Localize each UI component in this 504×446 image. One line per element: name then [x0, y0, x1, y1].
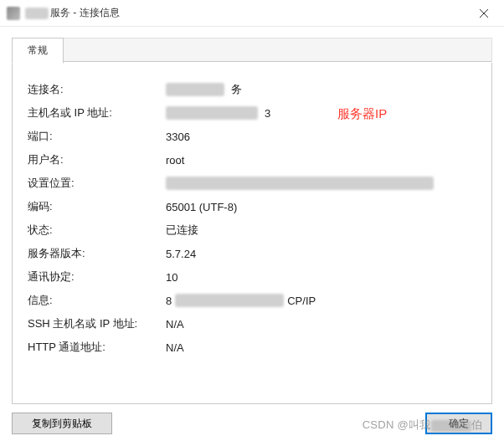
dialog-footer: 复制到剪贴板 确定 [0, 404, 504, 446]
value-settings-location [166, 177, 434, 190]
row-info: 信息: 8 CP/IP [28, 289, 476, 312]
value-connection-name: 务 [166, 82, 242, 97]
value-http-tunnel: N/A [166, 341, 184, 354]
row-protocol: 通讯协定: 10 [28, 265, 476, 289]
titlebar: 服务 - 连接信息 [0, 0, 504, 27]
title-obscured [25, 8, 49, 19]
window-title: 服务 - 连接信息 [25, 6, 120, 20]
tab-strip [64, 38, 492, 62]
row-status: 状态: 已连接 [28, 218, 476, 242]
close-button[interactable] [465, 2, 502, 25]
row-host: 主机名或 IP 地址: 3 服务器IP [28, 101, 476, 125]
label-host: 主机名或 IP 地址: [28, 105, 166, 120]
row-username: 用户名: root [28, 148, 476, 172]
row-http-tunnel: HTTP 通道地址: N/A [28, 336, 476, 359]
tab-content: 连接名: 务 主机名或 IP 地址: 3 服务器IP 端口: 3306 [12, 63, 492, 404]
label-ssh-host: SSH 主机名或 IP 地址: [28, 316, 166, 331]
label-settings-location: 设置位置: [28, 176, 166, 191]
tab-general[interactable]: 常规 [12, 38, 64, 64]
label-http-tunnel: HTTP 通道地址: [28, 340, 166, 355]
obscured-host [166, 106, 258, 120]
info-suffix: CP/IP [287, 295, 316, 307]
label-info: 信息: [28, 293, 166, 308]
ok-button[interactable]: 确定 [425, 413, 492, 434]
annotation-server-ip: 服务器IP [337, 106, 387, 122]
titlebar-left: 服务 - 连接信息 [7, 6, 120, 20]
value-username: root [166, 154, 184, 167]
label-protocol: 通讯协定: [28, 269, 166, 285]
value-ssh-host: N/A [166, 318, 184, 331]
value-encoding: 65001 (UTF-8) [166, 201, 237, 213]
row-port: 端口: 3306 [28, 125, 476, 148]
title-suffix: 服务 - 连接信息 [50, 6, 120, 20]
app-icon [7, 7, 20, 20]
row-ssh-host: SSH 主机名或 IP 地址: N/A [28, 312, 476, 336]
row-settings-location: 设置位置: [28, 172, 476, 195]
value-host: 3 服务器IP [166, 106, 270, 120]
obscured-connection-name [166, 83, 224, 96]
label-encoding: 编码: [28, 199, 166, 214]
tab-header: 常规 [12, 37, 492, 63]
value-status: 已连接 [166, 223, 198, 238]
label-connection-name: 连接名: [28, 82, 166, 97]
row-connection-name: 连接名: 务 [28, 78, 476, 101]
value-info: 8 CP/IP [166, 294, 316, 307]
row-server-version: 服务器版本: 5.7.24 [28, 242, 476, 265]
label-port: 端口: [28, 129, 166, 144]
value-server-version: 5.7.24 [166, 248, 196, 260]
obscured-settings-location [166, 177, 434, 190]
copy-clipboard-button[interactable]: 复制到剪贴板 [12, 413, 112, 434]
label-status: 状态: [28, 223, 166, 238]
label-server-version: 服务器版本: [28, 246, 166, 261]
tabs-area: 常规 连接名: 务 主机名或 IP 地址: 3 服务器IP 端口: [0, 27, 504, 404]
value-port: 3306 [166, 131, 190, 143]
row-encoding: 编码: 65001 (UTF-8) [28, 195, 476, 218]
close-icon [480, 9, 488, 18]
label-username: 用户名: [28, 152, 166, 167]
value-protocol: 10 [166, 271, 177, 284]
connection-info-dialog: 服务 - 连接信息 常规 连接名: 务 主机名或 IP 地址: [0, 0, 504, 446]
obscured-info [175, 294, 284, 307]
info-prefix: 8 [166, 295, 172, 307]
